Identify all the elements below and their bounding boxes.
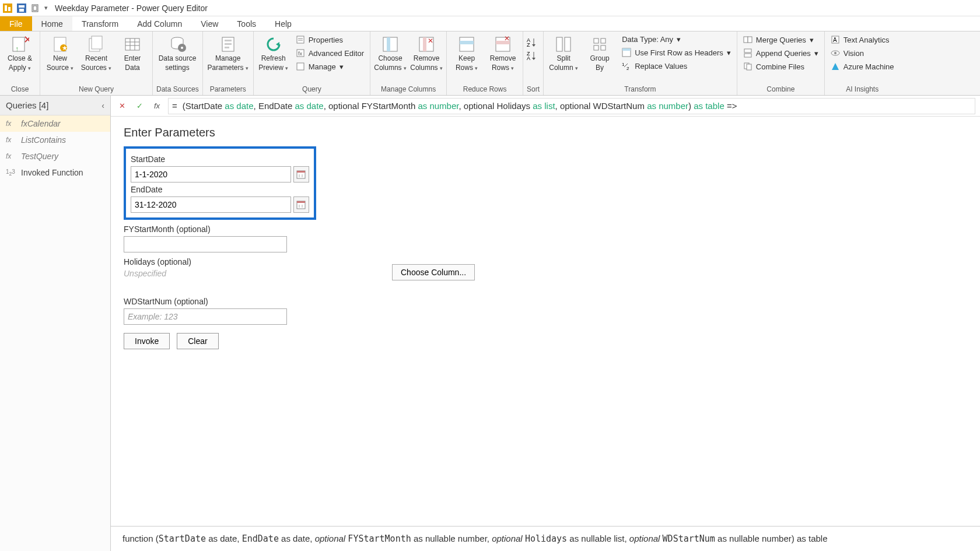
- choose-columns-button[interactable]: ChooseColumns ▾: [374, 33, 407, 72]
- tab-add-column[interactable]: Add Column: [128, 16, 191, 31]
- append-queries-button[interactable]: Append Queries ▾: [741, 47, 821, 59]
- recent-sources-button[interactable]: RecentSources ▾: [80, 33, 113, 72]
- choose-column-button[interactable]: Choose Column...: [392, 264, 475, 280]
- parameters-panel: Enter Parameters StartDate EndDate FYSta…: [111, 117, 980, 359]
- svg-text:Z: Z: [527, 42, 530, 48]
- app-icon: [2, 3, 13, 13]
- svg-rect-41: [460, 41, 474, 44]
- invoke-button[interactable]: Invoke: [124, 333, 170, 349]
- svg-rect-7: [33, 6, 37, 10]
- svg-text:✕: ✕: [23, 35, 29, 45]
- wdstartnum-label: WDStartNum (optional): [124, 297, 967, 306]
- cancel-formula-button[interactable]: ✕: [116, 100, 128, 113]
- sort-asc-button[interactable]: AZ: [527, 36, 538, 48]
- svg-rect-29: [297, 36, 304, 43]
- data-source-settings-button[interactable]: Data sourcesettings: [156, 33, 198, 72]
- svg-rect-38: [423, 37, 426, 51]
- svg-rect-56: [601, 38, 606, 43]
- save-icon[interactable]: [16, 3, 27, 13]
- split-column-button[interactable]: SplitColumn ▾: [547, 33, 580, 72]
- svg-rect-68: [747, 64, 751, 70]
- remove-rows-button[interactable]: ✕ RemoveRows ▾: [487, 33, 519, 72]
- svg-text:fx: fx: [298, 51, 303, 57]
- query-item-fxcalendar[interactable]: fxfxCalendar: [0, 115, 110, 132]
- wdstartnum-input[interactable]: [124, 308, 287, 325]
- tab-help[interactable]: Help: [265, 16, 301, 31]
- enter-data-button[interactable]: EnterData: [116, 33, 149, 72]
- tab-file[interactable]: File: [0, 16, 32, 31]
- data-type-button[interactable]: Data Type: Any ▾: [620, 34, 733, 45]
- formula-input[interactable]: = (StartDate as date, EndDate as date, o…: [168, 98, 975, 114]
- collapse-pane-icon[interactable]: ‹: [102, 101, 104, 110]
- close-apply-button[interactable]: ✕↑ Close &Apply ▾: [4, 33, 36, 72]
- svg-rect-55: [594, 38, 598, 43]
- svg-text:↑: ↑: [15, 45, 19, 53]
- menu-bar: File Home Transform Add Column View Tool…: [0, 16, 980, 31]
- function-signature: function (StartDate as date, EndDate as …: [111, 526, 980, 551]
- fystartmonth-input[interactable]: [124, 236, 287, 252]
- qat-more-icon[interactable]: ▾: [44, 4, 48, 12]
- query-item-invoked-function[interactable]: 123Invoked Function: [0, 164, 110, 181]
- svg-text:1: 1: [622, 62, 625, 67]
- startdate-label: StartDate: [131, 155, 309, 164]
- manage-parameters-button[interactable]: ManageParameters ▾: [206, 33, 250, 72]
- svg-rect-16: [125, 38, 139, 50]
- combine-files-button[interactable]: Combine Files: [741, 61, 821, 72]
- tab-tools[interactable]: Tools: [228, 16, 265, 31]
- tab-transform[interactable]: Transform: [72, 16, 128, 31]
- required-params-group: StartDate EndDate: [124, 146, 316, 220]
- queries-pane: Queries [4] ‹ fxfxCalendar fxListContain…: [0, 96, 111, 551]
- svg-rect-1: [5, 5, 7, 11]
- group-by-button[interactable]: GroupBy: [583, 33, 616, 72]
- startdate-input[interactable]: [131, 166, 291, 183]
- tab-view[interactable]: View: [191, 16, 228, 31]
- manage-button[interactable]: Manage ▾: [293, 61, 366, 72]
- svg-rect-57: [594, 45, 598, 50]
- fystartmonth-label: FYStartMonth (optional): [124, 224, 967, 234]
- function-icon: fx: [6, 120, 16, 128]
- svg-rect-53: [556, 37, 562, 51]
- new-source-button[interactable]: ★ NewSource ▾: [44, 33, 76, 72]
- vision-button[interactable]: Vision: [828, 47, 897, 59]
- refresh-preview-button[interactable]: RefreshPreview ▾: [257, 33, 290, 72]
- sort-desc-button[interactable]: ZA: [527, 50, 538, 61]
- svg-marker-28: [276, 42, 279, 47]
- svg-rect-75: [297, 171, 305, 173]
- undo-icon[interactable]: [30, 3, 41, 13]
- startdate-picker-button[interactable]: [293, 166, 309, 183]
- query-item-testquery[interactable]: fxTestQuery: [0, 148, 110, 164]
- svg-rect-64: [748, 37, 752, 43]
- svg-marker-73: [832, 63, 839, 70]
- svg-rect-2: [8, 7, 10, 11]
- enddate-input[interactable]: [131, 196, 291, 213]
- properties-button[interactable]: Properties: [293, 34, 366, 45]
- text-analytics-button[interactable]: AText Analytics: [828, 34, 897, 45]
- advanced-editor-button[interactable]: fxAdvanced Editor: [293, 47, 366, 59]
- ribbon: ✕↑ Close &Apply ▾ Close ★ NewSource ▾ Re…: [0, 31, 980, 96]
- svg-rect-58: [601, 45, 606, 50]
- svg-text:A: A: [833, 37, 837, 43]
- enddate-picker-button[interactable]: [293, 196, 309, 213]
- azure-ml-button[interactable]: Azure Machine: [828, 61, 897, 72]
- svg-rect-27: [225, 47, 229, 48]
- queries-header: Queries [4]: [6, 100, 48, 110]
- svg-marker-52: [532, 58, 536, 60]
- svg-rect-34: [297, 63, 304, 70]
- clear-button[interactable]: Clear: [177, 333, 218, 349]
- svg-rect-63: [744, 37, 748, 43]
- svg-marker-48: [532, 44, 536, 47]
- keep-rows-button[interactable]: KeepRows ▾: [450, 33, 483, 72]
- svg-rect-79: [297, 201, 305, 203]
- merge-queries-button[interactable]: Merge Queries ▾: [741, 34, 821, 45]
- svg-rect-60: [622, 48, 631, 51]
- svg-rect-5: [19, 9, 24, 12]
- function-icon: fx: [6, 136, 16, 144]
- first-row-headers-button[interactable]: Use First Row as Headers ▾: [620, 47, 733, 58]
- fx-icon[interactable]: fx: [150, 100, 163, 113]
- svg-rect-36: [387, 37, 390, 51]
- replace-values-button[interactable]: 12Replace Values: [620, 60, 733, 72]
- query-item-listcontains[interactable]: fxListContains: [0, 132, 110, 148]
- remove-columns-button[interactable]: ✕ RemoveColumns ▾: [410, 33, 443, 72]
- tab-home[interactable]: Home: [32, 16, 72, 31]
- accept-formula-button[interactable]: ✓: [133, 100, 146, 113]
